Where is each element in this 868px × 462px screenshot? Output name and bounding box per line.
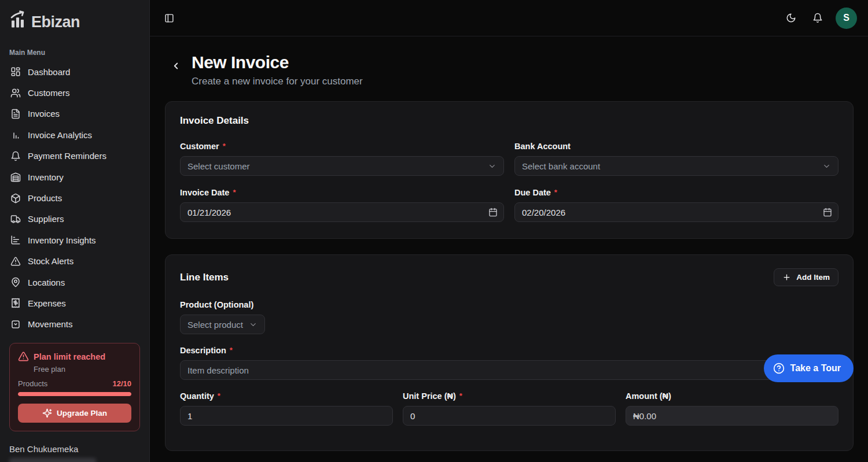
app-logo[interactable]: Ebizan xyxy=(0,0,149,30)
sidebar-item-stock-alerts[interactable]: Stock Alerts xyxy=(6,251,144,272)
upgrade-plan-label: Upgrade Plan xyxy=(57,409,107,417)
unit-price-field: Unit Price (₦) * xyxy=(403,391,616,426)
sidebar-item-inventory-insights[interactable]: Inventory Insights xyxy=(6,230,144,250)
required-marker: * xyxy=(554,188,557,197)
add-item-label: Add Item xyxy=(796,273,830,282)
quantity-input[interactable] xyxy=(180,406,393,426)
user-email-redacted xyxy=(9,458,96,462)
sidebar-item-label: Customers xyxy=(28,88,70,98)
required-marker: * xyxy=(223,142,226,151)
add-item-button[interactable]: Add Item xyxy=(774,268,838,286)
sidebar-item-label: Locations xyxy=(28,278,65,287)
quantity-field: Quantity * xyxy=(180,391,393,426)
sparkles-icon xyxy=(42,408,52,418)
page-title: New Invoice xyxy=(192,53,363,72)
upgrade-plan-button[interactable]: Upgrade Plan xyxy=(18,404,131,423)
unit-price-label: Unit Price (₦) xyxy=(403,391,456,401)
page-subtitle: Create a new invoice for your customer xyxy=(192,76,363,87)
notifications-button[interactable] xyxy=(809,9,826,27)
sidebar-item-label: Invoice Analytics xyxy=(28,130,92,140)
sidebar-item-customers[interactable]: Customers xyxy=(6,82,144,103)
amount-label: Amount (₦) xyxy=(626,391,671,401)
description-label: Description xyxy=(180,346,226,355)
line-items-card: Line Items Add Item Product (Optional) S… xyxy=(165,254,854,451)
amount-input xyxy=(626,406,838,426)
chevron-down-icon xyxy=(822,162,831,171)
panel-left-icon xyxy=(164,13,174,23)
invoice-date-input[interactable] xyxy=(180,202,504,222)
sidebar-item-label: Suppliers xyxy=(28,214,64,224)
sidebar-item-inventory[interactable]: Inventory xyxy=(6,167,144,187)
invoice-details-heading: Invoice Details xyxy=(180,115,838,127)
users-icon xyxy=(10,88,21,98)
theme-toggle-button[interactable] xyxy=(782,9,800,27)
sidebar-item-label: Payment Reminders xyxy=(28,151,106,161)
bank-account-select[interactable]: Select bank account xyxy=(514,156,838,176)
sidebar-item-label: Inventory Insights xyxy=(28,235,96,245)
user-name: Ben Chukuemeka xyxy=(9,444,140,454)
sidebar-item-label: Expenses xyxy=(28,298,66,308)
warehouse-icon xyxy=(10,172,21,182)
bell-icon xyxy=(812,13,823,23)
user-avatar[interactable]: S xyxy=(836,8,857,29)
required-marker: * xyxy=(218,391,220,401)
back-button[interactable] xyxy=(171,58,181,71)
due-date-field: Due Date * xyxy=(514,188,838,222)
customer-select[interactable]: Select customer xyxy=(180,156,504,176)
sidebar-item-locations[interactable]: Locations xyxy=(6,272,144,293)
chevron-down-icon xyxy=(249,320,258,329)
unit-price-input[interactable] xyxy=(403,406,616,426)
take-a-tour-button[interactable]: Take a Tour xyxy=(764,354,854,382)
plan-progress-bar xyxy=(18,392,131,396)
required-marker: * xyxy=(230,346,233,355)
alert-triangle-icon xyxy=(10,256,21,267)
description-input[interactable] xyxy=(180,360,838,380)
sidebar-item-label: Dashboard xyxy=(28,67,70,77)
plan-name: Free plan xyxy=(34,365,131,374)
sidebar-nav: Dashboard Customers Invoices Invoice Ana… xyxy=(0,61,149,335)
amount-field: Amount (₦) xyxy=(626,391,838,426)
truck-icon xyxy=(10,214,21,224)
invoice-date-field: Invoice Date * xyxy=(180,188,504,222)
due-date-input[interactable] xyxy=(514,202,838,222)
sidebar-item-dashboard[interactable]: Dashboard xyxy=(6,61,144,82)
invoice-details-card: Invoice Details Customer * Select custom… xyxy=(165,101,854,239)
map-pin-icon xyxy=(10,277,21,287)
plus-icon xyxy=(782,273,791,282)
user-info[interactable]: Ben Chukuemeka xyxy=(9,444,140,462)
customer-field: Customer * Select customer xyxy=(180,142,504,176)
chevron-left-icon xyxy=(171,61,181,71)
page-header: New Invoice Create a new invoice for you… xyxy=(150,36,868,87)
sidebar-toggle-button[interactable] xyxy=(161,10,178,27)
sidebar-item-payment-reminders[interactable]: Payment Reminders xyxy=(6,146,144,167)
plan-limit-alert: Plan limit reached Free plan Products 12… xyxy=(9,343,140,431)
sidebar-item-label: Products xyxy=(28,193,62,203)
line-items-heading: Line Items xyxy=(180,272,229,283)
logo-text: Ebizan xyxy=(31,14,80,30)
sidebar-item-suppliers[interactable]: Suppliers xyxy=(6,209,144,230)
sidebar-item-invoices[interactable]: Invoices xyxy=(6,104,144,124)
product-label: Product (Optional) xyxy=(180,300,253,309)
product-field: Product (Optional) Select product xyxy=(180,300,838,334)
sidebar-item-label: Movements xyxy=(28,319,73,329)
bank-account-field: Bank Account Select bank account xyxy=(514,142,838,176)
customer-label: Customer xyxy=(180,142,219,151)
bank-account-label: Bank Account xyxy=(514,142,571,151)
sidebar-item-label: Inventory xyxy=(28,172,64,182)
logo-chart-icon xyxy=(8,9,29,30)
sidebar-item-invoice-analytics[interactable]: Invoice Analytics xyxy=(6,124,144,145)
sidebar-item-movements[interactable]: Movements xyxy=(6,314,144,335)
bank-account-select-placeholder: Select bank account xyxy=(522,161,600,171)
sidebar-item-label: Invoices xyxy=(28,109,60,119)
quantity-label: Quantity xyxy=(180,391,214,401)
product-select[interactable]: Select product xyxy=(180,315,265,334)
take-a-tour-label: Take a Tour xyxy=(790,363,841,374)
archive-icon xyxy=(10,319,21,330)
chart-bar-icon xyxy=(10,235,21,245)
invoice-date-label: Invoice Date xyxy=(180,188,229,197)
plan-progress-fill xyxy=(18,392,131,396)
topbar: S xyxy=(150,0,868,36)
sidebar-item-expenses[interactable]: Expenses xyxy=(6,293,144,313)
plan-resource-label: Products xyxy=(18,379,47,388)
sidebar-item-products[interactable]: Products xyxy=(6,187,144,208)
